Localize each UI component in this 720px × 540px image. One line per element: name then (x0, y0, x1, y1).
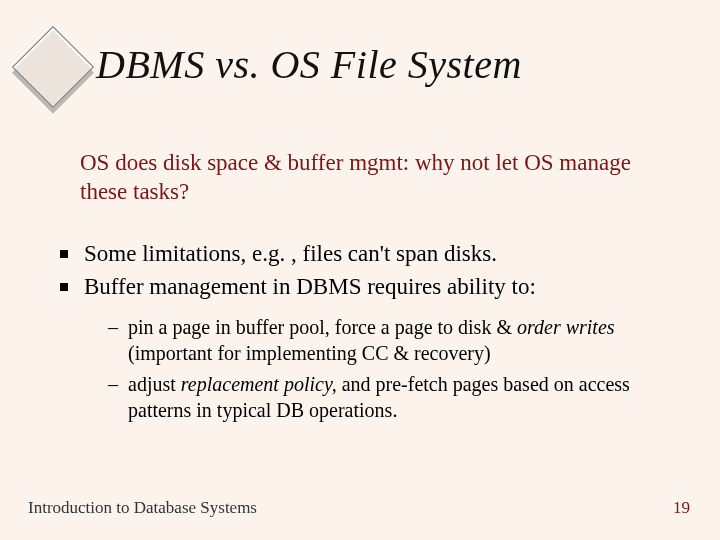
slide-title: DBMS vs. OS File System (96, 41, 522, 88)
subbullet-text: adjust replacement policy, and pre-fetch… (128, 371, 670, 424)
bullet-item: Buffer management in DBMS requires abili… (60, 271, 670, 302)
title-row: DBMS vs. OS File System (30, 38, 690, 96)
bullet-list: Some limitations, e.g. , files can't spa… (60, 238, 670, 304)
subbullet-list: – pin a page in buffer pool, force a pag… (108, 314, 670, 428)
bullet-item: Some limitations, e.g. , files can't spa… (60, 238, 670, 269)
subbullet-item: – adjust replacement policy, and pre-fet… (108, 371, 670, 424)
subbullet-text: pin a page in buffer pool, force a page … (128, 314, 670, 367)
diamond-icon (12, 26, 94, 108)
dash-bullet-icon: – (108, 314, 118, 367)
square-bullet-icon (60, 283, 68, 291)
slide-subtitle: OS does disk space & buffer mgmt: why no… (80, 148, 660, 207)
slide-number: 19 (673, 498, 690, 518)
dash-bullet-icon: – (108, 371, 118, 424)
subbullet-item: – pin a page in buffer pool, force a pag… (108, 314, 670, 367)
bullet-text: Buffer management in DBMS requires abili… (84, 271, 536, 302)
footer-left: Introduction to Database Systems (28, 498, 257, 518)
bullet-text: Some limitations, e.g. , files can't spa… (84, 238, 497, 269)
square-bullet-icon (60, 250, 68, 258)
